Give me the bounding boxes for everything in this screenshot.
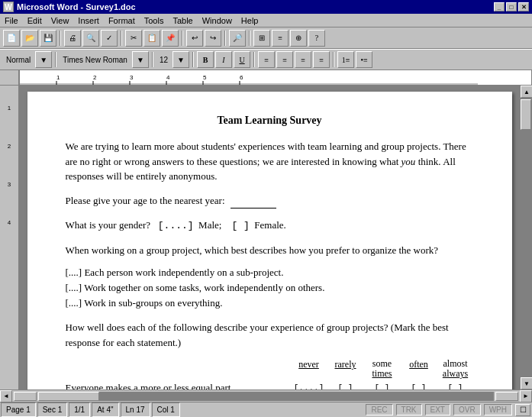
menu-window[interactable]: Window (198, 15, 237, 25)
svg-text:2: 2 (93, 74, 97, 81)
scroll-down-button[interactable]: ▼ (521, 377, 532, 390)
page-nav-right[interactable] (495, 392, 518, 401)
table-button[interactable]: ⊞ (253, 30, 270, 47)
menu-view[interactable]: View (47, 15, 74, 25)
document-title: Team Learning Survey (66, 115, 474, 127)
intro-paragraph: We are trying to learn more about studen… (66, 139, 474, 184)
fmt-sep-2 (152, 52, 153, 67)
size-dropdown[interactable]: ▼ (172, 51, 189, 68)
work-option-2: [....] Work in sub-groups on everything. (66, 297, 474, 309)
find-button[interactable]: 🔎 (229, 30, 246, 47)
svg-text:3: 3 (130, 74, 134, 81)
toolbar: 📄 📂 💾 🖨 🔍 ✓ ✂ 📋 📌 ↩ ↪ 🔎 ⊞ ≡ ⊕ ? (0, 27, 532, 49)
align-right-button[interactable]: ≡ (295, 51, 311, 68)
status-col: Col 1 (152, 402, 180, 417)
how-well-question: How well does each of the following desc… (66, 320, 474, 350)
gender-female-check[interactable]: [ ] (231, 220, 249, 231)
status-trk: TRK (396, 404, 422, 415)
gender-male-check[interactable]: [....] (158, 220, 194, 231)
paste-button[interactable]: 📌 (162, 30, 179, 47)
ruler-num-3: 3 (8, 165, 11, 203)
ruler: // drawn via SVG inline ticks 1 2 3 4 5 … (19, 70, 532, 85)
close-button[interactable]: ✕ (518, 2, 529, 11)
toolbar-sep-4 (224, 31, 226, 46)
work-options: [....] Each person work independently on… (66, 267, 474, 309)
scroll-up-button[interactable]: ▲ (521, 86, 532, 98)
align-left-button[interactable]: ≡ (258, 51, 275, 68)
title-bar-controls: _ □ ✕ (494, 2, 529, 11)
bullets-button[interactable]: •≡ (356, 51, 372, 68)
bold-button[interactable]: B (197, 51, 214, 68)
work-option-1: [....] Work together on some tasks, work… (66, 282, 474, 294)
size-selector[interactable]: 12 (156, 56, 171, 64)
survey-row-0-box-3[interactable]: [ ] (401, 383, 437, 390)
gender-male-label: Male; (198, 219, 221, 231)
align-center-button[interactable]: ≡ (276, 51, 293, 68)
print-button[interactable]: 🖨 (64, 30, 81, 47)
copy-button[interactable]: 📋 (143, 30, 160, 47)
justify-button[interactable]: ≡ (313, 51, 330, 68)
open-button[interactable]: 📂 (21, 30, 38, 47)
scroll-thumb-h[interactable] (38, 392, 99, 401)
survey-row-0-box-4[interactable]: [ ] (437, 383, 474, 390)
toolbar-sep-1 (60, 31, 61, 46)
scale-never: never (291, 359, 327, 379)
menu-table[interactable]: Table (168, 15, 197, 25)
scroll-right-button[interactable]: ► (520, 390, 532, 402)
menu-file[interactable]: File (0, 15, 23, 25)
status-ovr: OVR (453, 404, 481, 415)
fmt-sep-3 (192, 52, 194, 67)
menu-insert[interactable]: Insert (73, 15, 104, 25)
ruler-num-4: 4 (8, 203, 11, 241)
maximize-button[interactable]: □ (506, 2, 517, 11)
zoom-button[interactable]: ⊕ (290, 30, 307, 47)
style-selector[interactable]: Normal (3, 56, 34, 64)
minimize-button[interactable]: _ (494, 2, 505, 11)
underline-button[interactable]: U (234, 51, 250, 68)
scroll-left-button[interactable]: ◄ (0, 390, 12, 402)
intro-italic: you (401, 156, 416, 167)
scale-often: often (401, 359, 437, 379)
document-container[interactable]: Team Learning Survey We are trying to le… (19, 86, 520, 390)
style-dropdown[interactable]: ▼ (35, 51, 52, 68)
font-selector[interactable]: Times New Roman (60, 56, 131, 64)
scale-rarely: rarely (327, 359, 364, 379)
status-macro[interactable]: ☐ (515, 404, 530, 416)
page-nav-left[interactable] (14, 392, 37, 401)
scroll-track[interactable] (521, 98, 532, 377)
new-button[interactable]: 📄 (3, 30, 20, 47)
print-preview-button[interactable]: 🔍 (82, 30, 99, 47)
font-dropdown[interactable]: ▼ (132, 51, 149, 68)
survey-row-0-box-1[interactable]: [ ] (327, 383, 364, 390)
formatting-toolbar: Normal ▼ Times New Roman ▼ 12 ▼ B I U ≡ … (0, 49, 532, 70)
status-position: 1/1 (69, 402, 90, 417)
menu-help[interactable]: Help (237, 15, 263, 25)
window-title: Microsoft Word - Survey1.doc (17, 2, 136, 11)
italic-button[interactable]: I (215, 51, 232, 68)
scale-header-spacer (66, 359, 291, 379)
menu-edit[interactable]: Edit (23, 15, 47, 25)
vertical-scrollbar[interactable]: ▲ ▼ (520, 86, 532, 390)
undo-button[interactable]: ↩ (186, 30, 203, 47)
age-field[interactable] (231, 193, 276, 209)
survey-row-0-box-2[interactable]: [ ] (364, 383, 401, 390)
scale-headers: never rarely some times often almost alw (66, 359, 474, 379)
cut-button[interactable]: ✂ (125, 30, 142, 47)
scroll-track-h[interactable] (38, 392, 494, 401)
horizontal-scrollbar[interactable]: ◄ ► (0, 390, 532, 402)
menu-tools[interactable]: Tools (140, 15, 169, 25)
survey-row-0-text: Everyone makes a more or less equal part (66, 382, 291, 390)
menu-format[interactable]: Format (104, 15, 140, 25)
scale-almost-always: almost always (437, 359, 474, 379)
help-button[interactable]: ? (308, 30, 325, 47)
save-button[interactable]: 💾 (40, 30, 56, 47)
gender-female-label: Female. (254, 219, 286, 231)
survey-row-0-box-0[interactable]: [....] (291, 383, 327, 390)
numbering-button[interactable]: 1≡ (337, 51, 354, 68)
columns-button[interactable]: ≡ (272, 30, 289, 47)
spell-check-button[interactable]: ✓ (101, 30, 118, 47)
status-page: Page 1 (1, 402, 36, 417)
redo-button[interactable]: ↪ (205, 30, 221, 47)
survey-row-0-boxes: [....] [ ] [ ] [ ] [ ] (291, 383, 474, 390)
scroll-thumb[interactable] (521, 99, 531, 130)
